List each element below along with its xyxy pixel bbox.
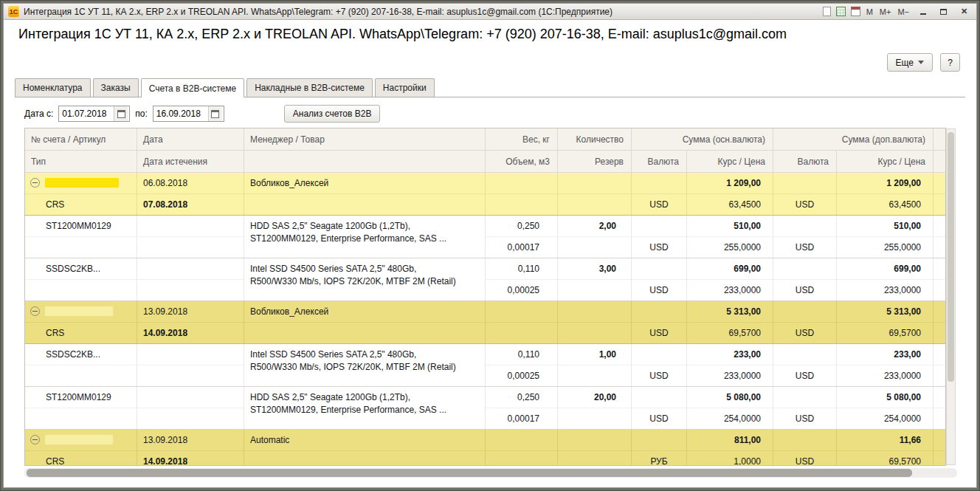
- cell-line: 233,0000: [687, 280, 773, 301]
- cell-line: [632, 258, 686, 280]
- horizontal-scrollbar-thumb[interactable]: [27, 469, 912, 477]
- cell-line: [773, 258, 836, 280]
- table-cell: [137, 258, 244, 301]
- calendar-icon[interactable]: [851, 7, 860, 16]
- header-spacer: [934, 151, 945, 173]
- header-quantity[interactable]: Количество: [558, 128, 632, 151]
- date-from-input[interactable]: [59, 106, 114, 121]
- cell-line: 255,0000: [687, 237, 773, 258]
- cell-line: [632, 216, 686, 237]
- cell-line: 0,250: [486, 387, 557, 408]
- vertical-scrollbar-thumb[interactable]: [948, 132, 954, 382]
- cell-line: 69,5700: [837, 323, 933, 343]
- minimize-button[interactable]: [915, 6, 931, 18]
- cell-line: [558, 323, 631, 343]
- cell-line: 510,00: [837, 216, 933, 237]
- tab-invoices-b2b[interactable]: Счета в B2B-системе: [141, 78, 244, 97]
- product-item-row[interactable]: ST1200MM0129HDD SAS 2,5" Seagate 1200Gb …: [25, 387, 945, 430]
- cell-line: [934, 280, 945, 301]
- header-volume[interactable]: Объем, м3: [486, 151, 558, 173]
- date-to-calendar-button[interactable]: [208, 106, 222, 121]
- vertical-scrollbar[interactable]: [946, 128, 956, 465]
- cell-line: 0,110: [486, 344, 557, 365]
- table-cell: 1 209,0063,4500: [837, 173, 934, 215]
- calendar-icon: [211, 110, 219, 118]
- invoice-group-row[interactable]: CRS13.09.201814.09.2018Вобликов_АлексейU…: [25, 301, 945, 344]
- table-header: № счета / Артикул Дата Менеджер / Товар …: [25, 128, 945, 173]
- cell-line: 2,00: [558, 216, 631, 237]
- header-sum-main[interactable]: Сумма (осн.валюта): [632, 128, 773, 151]
- header-type[interactable]: Тип: [25, 151, 137, 173]
- product-item-row[interactable]: SSDSC2KB...Intel SSD S4500 Series SATA 2…: [25, 258, 945, 301]
- product-item-row[interactable]: SSDSC2KB...Intel SSD S4500 Series SATA 2…: [25, 344, 945, 387]
- cell-line: [25, 237, 137, 258]
- more-button-label: Еще: [896, 58, 914, 68]
- horizontal-scrollbar[interactable]: [24, 468, 957, 478]
- table-cell: 5 313,0069,5700: [687, 301, 773, 343]
- close-button[interactable]: ✕: [956, 6, 972, 18]
- cell-line: [137, 216, 244, 237]
- cell-line: ST1200MM0129: [25, 387, 137, 408]
- table-cell: 233,00233,0000: [687, 344, 773, 386]
- cell-line: 20,00: [558, 387, 631, 408]
- table-cell: 13.09.201814.09.2018: [137, 301, 244, 343]
- cell-line: [244, 194, 485, 215]
- cell-line: USD: [773, 194, 836, 215]
- invoice-group-row[interactable]: CRS13.09.201814.09.2018AutomaticРУБ811,0…: [25, 430, 945, 465]
- cell-line: [934, 387, 945, 408]
- collapse-icon[interactable]: [30, 435, 40, 444]
- cell-line: [773, 430, 836, 451]
- cell-line: 255,0000: [837, 237, 933, 258]
- help-button[interactable]: ?: [940, 53, 960, 72]
- maximize-button[interactable]: [936, 6, 951, 18]
- header-date[interactable]: Дата: [137, 128, 244, 151]
- clipboard-icon[interactable]: [823, 7, 831, 16]
- cell-line: [934, 408, 945, 429]
- table-cell: USD: [632, 301, 687, 343]
- cell-line: [632, 301, 686, 323]
- cell-line: 0,110: [486, 258, 557, 280]
- header-invoice-article[interactable]: № счета / Артикул: [25, 128, 137, 151]
- table-cell: USD: [773, 301, 837, 343]
- header-rate-alt[interactable]: Курс / Цена: [837, 151, 934, 173]
- cell-line: [137, 280, 244, 301]
- table-cell: 699,00233,0000: [837, 258, 934, 301]
- tab-nomenklatura[interactable]: Номенклатура: [15, 78, 91, 97]
- table: № счета / Артикул Дата Менеджер / Товар …: [24, 128, 946, 466]
- header-currency-alt[interactable]: Валюта: [773, 151, 837, 173]
- cell-line: [137, 344, 244, 365]
- header-expiry[interactable]: Дата истечения: [137, 151, 244, 173]
- header-sum-alt[interactable]: Сумма (доп.валюта): [773, 128, 934, 151]
- memory-m-minus-button[interactable]: М−: [897, 7, 910, 16]
- header-manager-product[interactable]: Менеджер / Товар: [244, 128, 486, 151]
- memory-m-plus-button[interactable]: М+: [879, 7, 892, 16]
- header-currency-main[interactable]: Валюта: [632, 151, 687, 173]
- collapse-icon[interactable]: [30, 178, 40, 188]
- tab-orders[interactable]: Заказы: [93, 78, 139, 97]
- header-reserve[interactable]: Резерв: [558, 151, 632, 173]
- invoice-group-row[interactable]: CRS06.08.201807.08.2018Вобликов_АлексейU…: [25, 173, 945, 216]
- cell-line: 811,00: [687, 430, 773, 451]
- tab-waybills-b2b[interactable]: Накладные в B2B-системе: [246, 78, 373, 97]
- table-cell: [137, 344, 244, 386]
- cell-line: 5 313,00: [687, 301, 773, 323]
- cell-line: 510,00: [687, 216, 773, 237]
- cell-line: 0,00025: [486, 280, 557, 301]
- cell-line: [486, 451, 557, 465]
- header-weight[interactable]: Вес, кг: [486, 128, 558, 151]
- memory-m-button[interactable]: М: [866, 7, 874, 16]
- tab-settings[interactable]: Настройки: [375, 78, 435, 97]
- date-to-input[interactable]: [153, 106, 208, 121]
- cell-line: 233,0000: [837, 365, 933, 386]
- product-item-row[interactable]: ST1200MM0129HDD SAS 2,5" Seagate 1200Gb …: [25, 216, 945, 258]
- calculator-icon[interactable]: [836, 7, 846, 16]
- header-rate-main[interactable]: Курс / Цена: [687, 151, 773, 173]
- more-button[interactable]: Еще: [887, 53, 933, 72]
- cell-line: [934, 216, 945, 237]
- collapse-icon[interactable]: [30, 306, 40, 316]
- analyze-invoices-button[interactable]: Анализ счетов B2B: [284, 105, 381, 123]
- table-cell: Intel SSD S4500 Series SATA 2,5" 480Gb,R…: [244, 344, 486, 386]
- cell-line: [773, 301, 836, 323]
- cell-line: 14.09.2018: [137, 323, 244, 343]
- date-from-calendar-button[interactable]: [114, 106, 128, 121]
